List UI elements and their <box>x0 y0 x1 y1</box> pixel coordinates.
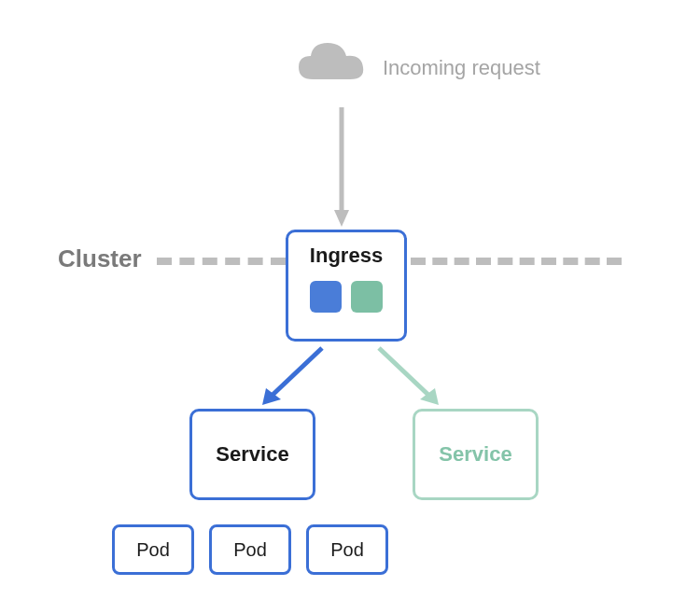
svg-line-4 <box>379 348 431 398</box>
ingress-route-chips <box>310 281 383 313</box>
ingress-title: Ingress <box>310 244 383 268</box>
cloud-icon <box>294 37 369 92</box>
route-chip-blue <box>310 281 342 313</box>
pod-box: Pod <box>306 524 388 575</box>
pod-box: Pod <box>209 524 291 575</box>
arrow-ingress-to-service-green <box>370 343 444 417</box>
arrow-ingress-to-service-blue <box>257 343 331 417</box>
svg-line-2 <box>270 348 322 398</box>
ingress-box: Ingress <box>286 230 407 342</box>
service-label-primary: Service <box>216 442 288 467</box>
service-box-secondary: Service <box>413 409 539 500</box>
route-chip-green <box>351 281 383 313</box>
service-label-secondary: Service <box>439 442 511 467</box>
svg-marker-1 <box>334 210 349 227</box>
pod-box: Pod <box>112 524 194 575</box>
service-box-primary: Service <box>189 409 315 500</box>
cluster-boundary-right <box>411 258 622 265</box>
cluster-label: Cluster <box>58 244 142 273</box>
incoming-request-label: Incoming request <box>383 56 540 80</box>
pods-row: Pod Pod Pod <box>112 524 388 575</box>
cluster-boundary-left <box>157 258 286 265</box>
arrow-cloud-to-ingress <box>332 107 351 232</box>
